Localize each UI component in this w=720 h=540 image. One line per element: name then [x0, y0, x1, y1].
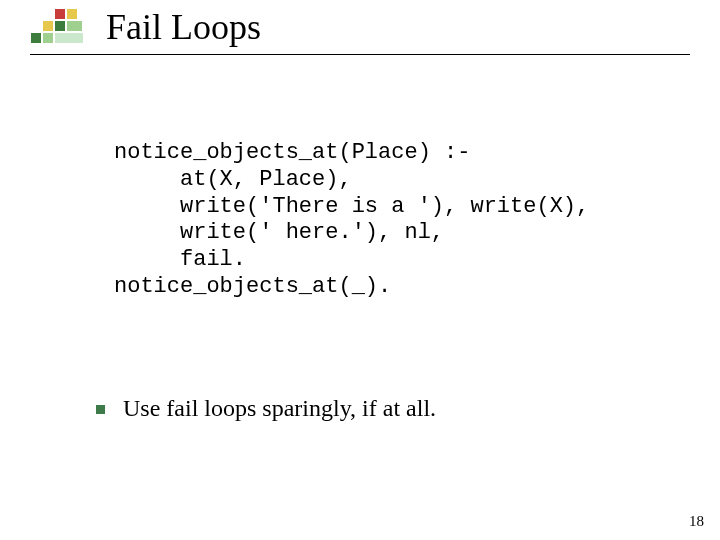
slide: Fail Loops notice_objects_at(Place) :- a…	[0, 0, 720, 540]
slide-title: Fail Loops	[106, 6, 261, 48]
code-block: notice_objects_at(Place) :- at(X, Place)…	[114, 140, 589, 301]
bullet-text: Use fail loops sparingly, if at all.	[123, 395, 436, 422]
bullet-item: Use fail loops sparingly, if at all.	[96, 395, 436, 422]
bullet-square-icon	[96, 405, 105, 414]
slide-logo-icon	[30, 8, 88, 50]
title-underline	[30, 54, 690, 55]
page-number: 18	[689, 513, 704, 530]
